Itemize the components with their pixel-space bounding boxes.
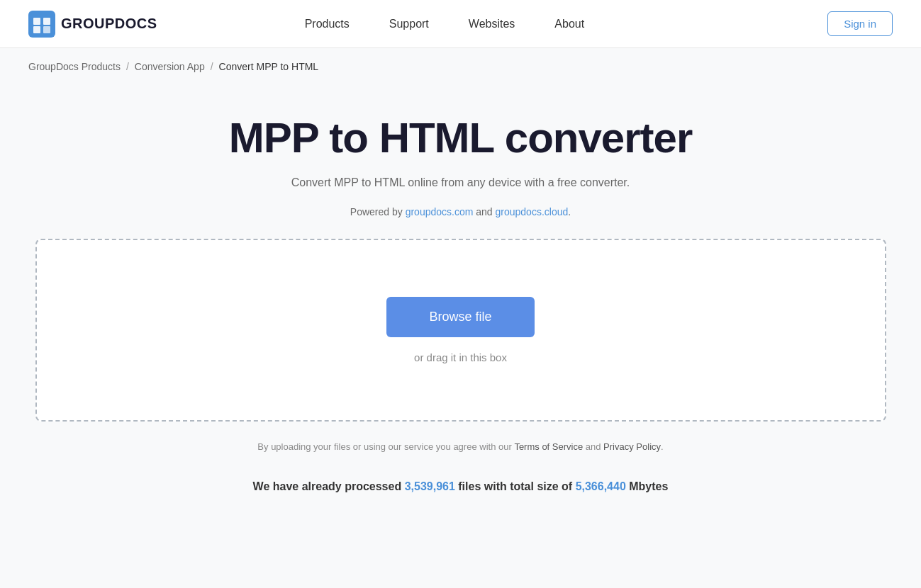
main-nav: Products Support Websites About (285, 12, 605, 36)
page-title: MPP to HTML converter (229, 113, 693, 162)
terms-prefix: By uploading your files or using our ser… (257, 441, 514, 452)
breadcrumb-sep-2: / (211, 61, 213, 72)
drop-zone[interactable]: Browse file or drag it in this box (35, 239, 886, 422)
svg-rect-4 (43, 26, 50, 33)
groupdocs-logo-icon (28, 11, 55, 38)
stats-files-count: 3,539,961 (405, 480, 455, 492)
nav-support[interactable]: Support (369, 12, 449, 36)
breadcrumb: GroupDocs Products / Conversion App / Co… (0, 48, 921, 85)
terms-suffix: . (661, 441, 664, 452)
logo-text: GROUPDOCS (61, 16, 157, 32)
stats-suffix: Mbytes (626, 480, 669, 492)
stats-text: We have already processed 3,539,961 file… (253, 480, 669, 493)
svg-rect-2 (43, 18, 50, 25)
svg-rect-1 (33, 18, 40, 25)
svg-rect-3 (33, 26, 40, 33)
breadcrumb-products-link[interactable]: GroupDocs Products (28, 61, 121, 72)
breadcrumb-current: Convert MPP to HTML (219, 61, 319, 72)
privacy-policy-link[interactable]: Privacy Policy (603, 441, 661, 452)
svg-rect-0 (28, 11, 55, 38)
powered-by-suffix: . (568, 206, 571, 217)
nav-products[interactable]: Products (285, 12, 369, 36)
terms-text: By uploading your files or using our ser… (257, 441, 663, 452)
stats-middle: files with total size of (455, 480, 576, 492)
terms-and: and (583, 441, 603, 452)
signin-button[interactable]: Sign in (827, 11, 893, 36)
logo-link[interactable]: GROUPDOCS (28, 11, 157, 38)
terms-of-service-link[interactable]: Terms of Service (514, 441, 583, 452)
stats-prefix: We have already processed (253, 480, 405, 492)
browse-file-button[interactable]: Browse file (386, 297, 534, 337)
header: GROUPDOCS Products Support Websites Abou… (0, 0, 921, 48)
powered-by-and: and (473, 206, 495, 217)
breadcrumb-conversion-link[interactable]: Conversion App (135, 61, 205, 72)
drag-text: or drag it in this box (414, 351, 507, 363)
groupdocs-cloud-link[interactable]: groupdocs.cloud (496, 206, 569, 217)
nav-websites[interactable]: Websites (449, 12, 535, 36)
powered-by-prefix: Powered by (350, 206, 406, 217)
main-content: MPP to HTML converter Convert MPP to HTM… (0, 85, 921, 521)
nav-about[interactable]: About (535, 12, 604, 36)
stats-size: 5,366,440 (576, 480, 626, 492)
groupdocs-com-link[interactable]: groupdocs.com (406, 206, 474, 217)
powered-by: Powered by groupdocs.com and groupdocs.c… (350, 206, 571, 217)
subtitle: Convert MPP to HTML online from any devi… (291, 176, 630, 189)
breadcrumb-sep-1: / (126, 61, 129, 72)
